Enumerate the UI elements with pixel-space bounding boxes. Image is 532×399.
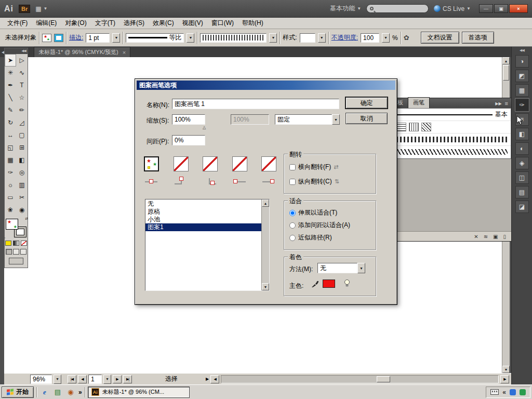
scroll-left-button[interactable]: ◀	[210, 375, 219, 383]
start-button[interactable]: 开始	[2, 387, 34, 398]
outer-corner-tile-button[interactable]	[174, 156, 189, 171]
color-panel-icon[interactable]: ◑	[515, 55, 529, 68]
slice-tool[interactable]: ✂	[16, 191, 28, 204]
pen-tool[interactable]: ✒	[5, 79, 16, 91]
brush-item-pattern-2[interactable]	[393, 146, 511, 158]
mesh-tool[interactable]: ▦	[5, 154, 16, 166]
scale-slider-icon[interactable]: △	[203, 125, 206, 130]
minimize-button[interactable]: —	[479, 4, 493, 13]
eyedropper-tool[interactable]: ✑	[5, 166, 16, 179]
width-profile-dropdown[interactable]: 等比	[126, 33, 184, 43]
color-button[interactable]	[5, 241, 11, 246]
swap-fill-stroke-icon[interactable]: ⇄	[25, 217, 28, 221]
menu-help[interactable]: 帮助(H)	[238, 17, 268, 29]
tray-icon-green[interactable]	[520, 389, 526, 395]
horizontal-scroll-thumb[interactable]	[377, 376, 390, 382]
taskbar-task-button[interactable]: Ai 未标题-1* @ 96% (CM...	[88, 387, 190, 398]
zoom-field[interactable]: 96%	[30, 375, 52, 384]
menu-file[interactable]: 文件(F)	[3, 17, 32, 29]
document-tab[interactable]: 未标题-1* @ 96% (CMYK/预览) ×	[34, 47, 130, 57]
ok-button[interactable]: 确定	[345, 97, 388, 109]
gradient-tool[interactable]: ◧	[16, 154, 28, 166]
brush-definition-dropdown[interactable]	[200, 33, 267, 43]
menu-edit[interactable]: 编辑(E)	[32, 17, 61, 29]
horizontal-scrollbar[interactable]	[221, 375, 499, 383]
free-transform-tool[interactable]: ▢	[16, 129, 28, 141]
stroke-color-swatch[interactable]	[54, 34, 63, 42]
selection-tool[interactable]: ➤	[5, 54, 16, 66]
draw-inside-button[interactable]	[20, 249, 26, 255]
opacity-field[interactable]: 100	[361, 33, 379, 43]
swatches-icon[interactable]: ▦	[515, 84, 529, 97]
gradient-button[interactable]	[13, 241, 19, 246]
spacing-input[interactable]	[172, 135, 205, 145]
magic-wand-tool[interactable]: ✳	[5, 66, 16, 79]
scroll-up-button[interactable]: ▲	[502, 57, 510, 64]
scroll-up-button[interactable]: ▲	[262, 200, 269, 207]
pattern-list-scrollbar[interactable]: ▲ ▼	[261, 200, 269, 290]
none-button[interactable]	[21, 241, 27, 246]
tray-collapse-chevron[interactable]: «	[502, 389, 506, 396]
fit-stretch-radio[interactable]: 伸展以适合(T)	[289, 208, 337, 217]
tray-icon-blue[interactable]	[510, 389, 516, 395]
scale-input[interactable]	[172, 114, 205, 125]
artboard-dropdown-button[interactable]: ▼	[103, 375, 111, 384]
scale-tool[interactable]: ◿	[16, 116, 28, 129]
menu-effect[interactable]: 效果(C)	[149, 17, 178, 29]
delete-brush-icon[interactable]: ▯	[503, 234, 506, 240]
chevron-down-icon[interactable]: ▼	[332, 114, 340, 125]
first-artboard-button[interactable]: |◀	[68, 375, 76, 383]
cs-live-button[interactable]: CS Live ▼	[434, 5, 471, 12]
opacity-dropdown-button[interactable]: ▼	[382, 33, 390, 43]
fit-add-space-radio[interactable]: 添加间距以适合(A)	[289, 221, 350, 230]
brush-item-calligraphic[interactable]	[393, 121, 511, 134]
artboards-icon[interactable]: ▤	[515, 186, 529, 198]
symbols-icon[interactable]: ◈	[515, 157, 529, 169]
artboard-tool[interactable]: ▭	[5, 191, 16, 204]
pattern-list-item[interactable]: 小池	[145, 216, 261, 223]
last-artboard-button[interactable]: ▶|	[123, 375, 132, 383]
appearance-icon[interactable]: ◪	[515, 201, 529, 213]
lasso-tool[interactable]: ∿	[16, 66, 28, 79]
arrange-documents-button[interactable]: ▦ ▼	[35, 5, 47, 12]
brushes-icon[interactable]: ✑	[515, 99, 529, 111]
line-segment-tool[interactable]: ╲	[5, 91, 16, 104]
pattern-list-item[interactable]: 无	[145, 200, 261, 208]
shape-builder-tool[interactable]: ◱	[5, 141, 16, 154]
panel-collapse-icon[interactable]: ◀◀	[5, 48, 28, 54]
scale-mode-dropdown[interactable]: 固定 ▼	[275, 114, 340, 125]
fill-swatch[interactable]: ★ ★	[6, 219, 18, 230]
direct-selection-tool[interactable]: ▷	[16, 54, 28, 66]
layers-icon[interactable]: ◫	[515, 171, 529, 184]
default-fill-stroke-icon[interactable]: ▫	[4, 236, 5, 240]
menu-window[interactable]: 窗口(W)	[207, 17, 238, 29]
method-dropdown[interactable]: 无 ▼	[317, 263, 365, 273]
pattern-list[interactable]: 无 原稿 小池 图案1 ▲ ▼	[145, 199, 270, 291]
stroke-weight-field[interactable]: 1 pt	[86, 33, 110, 43]
menu-select[interactable]: 选择(S)	[119, 17, 149, 29]
close-button[interactable]: ×	[509, 4, 528, 13]
shapes-tool[interactable]: ☆	[16, 91, 28, 104]
vertical-scroll-thumb[interactable]	[503, 65, 509, 81]
symbol-sprayer-tool[interactable]: ☼	[5, 179, 16, 191]
next-artboard-button[interactable]: ▶	[113, 375, 122, 383]
artboard-field[interactable]: 1	[88, 375, 102, 384]
new-brush-icon[interactable]: ▣	[493, 234, 498, 240]
bridge-button[interactable]: Br	[19, 5, 30, 13]
inner-corner-tile-button[interactable]	[203, 156, 218, 171]
brush-item-basic[interactable]: 基本	[393, 109, 511, 121]
side-tile-button[interactable]: ★ ★	[144, 156, 159, 171]
draw-normal-button[interactable]	[6, 249, 12, 255]
pattern-list-item[interactable]: 原稿	[145, 208, 261, 216]
workspace-switcher[interactable]: 基本功能 ▼	[330, 4, 361, 13]
column-graph-tool[interactable]: ▥	[16, 179, 28, 191]
menu-object[interactable]: 对象(O)	[61, 17, 90, 29]
paintbrush-tool[interactable]: ✎	[5, 104, 16, 116]
menu-view[interactable]: 视图(V)	[178, 17, 207, 29]
perspective-grid-tool[interactable]: ⊞	[16, 141, 28, 154]
cancel-button[interactable]: 取消	[345, 113, 388, 124]
name-input[interactable]	[172, 99, 339, 109]
tab-brushes[interactable]: 画笔	[408, 97, 430, 108]
style-field[interactable]	[300, 33, 315, 43]
rotate-tool[interactable]: ↻	[5, 116, 16, 129]
